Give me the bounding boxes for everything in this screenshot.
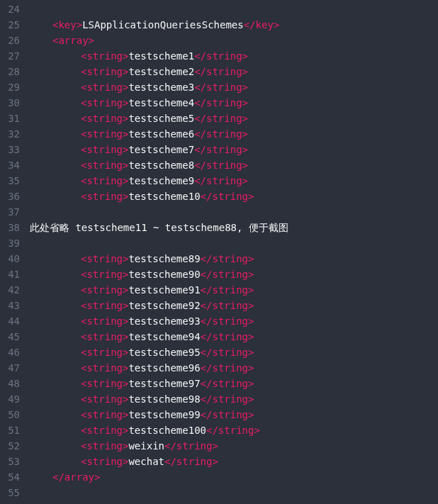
line-number: 24 (6, 1, 20, 17)
line-number: 34 (6, 157, 20, 173)
line-number: 30 (6, 95, 20, 111)
xml-tag: </key> (244, 19, 280, 30)
code-line: <string>testscheme99</string> (30, 407, 438, 422)
xml-tag: </array> (52, 471, 100, 483)
code-line: <string>testscheme3</string> (30, 79, 438, 95)
line-number: 50 (6, 407, 20, 422)
xml-text: testscheme2 (128, 66, 194, 77)
code-line: 此处省略 testscheme11 ~ testscheme88, 便于截图 (30, 220, 438, 235)
code-line: <string>testscheme92</string> (30, 298, 438, 313)
xml-tag: </string> (194, 66, 248, 77)
line-number: 28 (6, 64, 20, 79)
code-line: <string>testscheme10</string> (30, 189, 438, 204)
xml-tag: <string> (81, 315, 128, 327)
xml-tag: <key> (52, 19, 82, 30)
xml-tag: </string> (201, 253, 254, 264)
xml-text: testscheme95 (128, 347, 200, 358)
xml-text: wechat (128, 456, 164, 467)
line-number: 53 (6, 454, 20, 469)
xml-tag: <array> (52, 35, 94, 46)
line-number: 39 (6, 235, 20, 251)
xml-tag: <string> (81, 253, 128, 264)
xml-text: testscheme98 (128, 393, 200, 405)
xml-tag: <string> (81, 300, 128, 311)
xml-tag: </string> (194, 144, 248, 155)
xml-tag: <string> (81, 425, 128, 436)
xml-text: testscheme7 (128, 144, 194, 155)
xml-tag: <string> (81, 144, 128, 155)
xml-text: testscheme99 (128, 409, 200, 420)
xml-tag: <string> (81, 440, 128, 452)
code-content: <key>LSApplicationQueriesSchemes</key><a… (27, 0, 438, 504)
line-number: 49 (6, 391, 20, 407)
xml-text: testscheme96 (128, 362, 200, 374)
code-line (30, 204, 438, 220)
xml-tag: </string> (201, 300, 254, 311)
xml-tag: <string> (81, 50, 128, 62)
xml-text: testscheme93 (128, 315, 200, 327)
xml-text: testscheme5 (128, 113, 194, 124)
xml-text: testscheme100 (128, 425, 206, 436)
xml-tag: </string> (201, 191, 254, 202)
xml-tag: <string> (81, 269, 128, 280)
xml-tag: </string> (201, 284, 254, 296)
xml-tag: <string> (81, 284, 128, 296)
code-line: <string>testscheme91</string> (30, 282, 438, 298)
xml-tag: <string> (81, 159, 128, 171)
xml-tag: </string> (201, 269, 254, 280)
code-line: <array> (30, 33, 438, 48)
xml-tag: <string> (81, 456, 128, 467)
code-line: <string>testscheme2</string> (30, 64, 438, 79)
line-number: 43 (6, 298, 20, 313)
line-number: 40 (6, 251, 20, 267)
code-line: <string>testscheme8</string> (30, 157, 438, 173)
xml-tag: </string> (194, 175, 248, 186)
xml-tag: <string> (81, 191, 128, 202)
xml-text: testscheme89 (128, 253, 200, 264)
xml-text: testscheme90 (128, 269, 200, 280)
xml-tag: </string> (194, 50, 248, 62)
line-number: 31 (6, 111, 20, 126)
xml-text: testscheme3 (128, 82, 194, 93)
code-line: <string>testscheme6</string> (30, 126, 438, 142)
code-line: <string>testscheme96</string> (30, 360, 438, 376)
code-line: <string>testscheme89</string> (30, 251, 438, 267)
line-number: 38 (6, 220, 20, 235)
xml-tag: <string> (81, 378, 128, 389)
line-number: 44 (6, 313, 20, 329)
xml-tag: </string> (194, 159, 248, 171)
code-editor: 2425262728293031323334353637383940414243… (0, 0, 438, 504)
code-line: <string>testscheme93</string> (30, 313, 438, 329)
xml-tag: </string> (201, 409, 254, 420)
xml-tag: <string> (81, 97, 128, 108)
xml-text: testscheme97 (128, 378, 200, 389)
code-line: <string>testscheme7</string> (30, 142, 438, 157)
line-number: 29 (6, 79, 20, 95)
xml-tag: </string> (201, 393, 254, 405)
xml-text: testscheme4 (128, 97, 194, 108)
xml-tag: </string> (164, 440, 218, 452)
code-line (30, 485, 438, 500)
xml-tag: </string> (194, 82, 248, 93)
code-line: <key>LSApplicationQueriesSchemes</key> (30, 17, 438, 33)
xml-tag: </string> (201, 378, 254, 389)
code-line: <string>testscheme90</string> (30, 267, 438, 282)
xml-text: testscheme1 (128, 50, 194, 62)
line-number: 37 (6, 204, 20, 220)
code-line: <string>testscheme97</string> (30, 376, 438, 391)
xml-tag: </string> (201, 331, 254, 342)
code-line: <string>wechat</string> (30, 454, 438, 469)
xml-tag: </string> (201, 362, 254, 374)
xml-tag: <string> (81, 175, 128, 186)
line-number: 55 (6, 485, 20, 500)
xml-text: LSApplicationQueriesSchemes (82, 19, 244, 30)
code-line: <string>testscheme9</string> (30, 173, 438, 189)
line-number: 47 (6, 360, 20, 376)
line-number: 41 (6, 267, 20, 282)
code-line: <string>testscheme94</string> (30, 329, 438, 345)
line-number: 25 (6, 17, 20, 33)
xml-tag: <string> (81, 347, 128, 358)
line-number: 51 (6, 422, 20, 438)
line-number: 32 (6, 126, 20, 142)
xml-tag: <string> (81, 393, 128, 405)
